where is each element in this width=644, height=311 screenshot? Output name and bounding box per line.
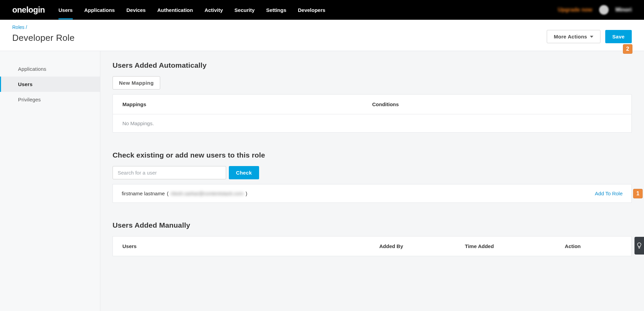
- avatar[interactable]: [599, 5, 609, 15]
- more-actions-button[interactable]: More Actions: [547, 30, 600, 43]
- mappings-empty: No Mappings.: [113, 114, 631, 132]
- chevron-down-icon: [590, 36, 593, 38]
- col-users: Users: [122, 243, 379, 249]
- save-button[interactable]: Save: [605, 30, 632, 43]
- mappings-header: Mappings Conditions: [113, 95, 631, 114]
- col-time-added: Time Added: [465, 243, 565, 249]
- help-tab[interactable]: [634, 237, 644, 255]
- sidebar-item-applications[interactable]: Applications: [0, 61, 100, 77]
- callout-badge-1: 1: [633, 189, 643, 198]
- result-text: firstname lastname ( ritesh.sarkar@conte…: [122, 191, 247, 196]
- mappings-card: Mappings Conditions No Mappings.: [113, 94, 632, 133]
- sidebar-item-users[interactable]: Users: [0, 77, 100, 92]
- nav-applications[interactable]: Applications: [84, 1, 115, 19]
- new-mapping-button[interactable]: New Mapping: [113, 76, 160, 89]
- nav-developers[interactable]: Developers: [298, 1, 325, 19]
- breadcrumb-sep: /: [24, 24, 27, 30]
- top-nav: onelogin Users Applications Devices Auth…: [0, 0, 644, 20]
- col-mappings: Mappings: [122, 101, 372, 107]
- auto-section: Users Added Automatically New Mapping Ma…: [113, 61, 632, 133]
- nav-users[interactable]: Users: [58, 1, 73, 19]
- breadcrumb: Roles /: [12, 24, 74, 30]
- auto-section-title: Users Added Automatically: [113, 61, 632, 69]
- nav-devices[interactable]: Devices: [126, 1, 146, 19]
- check-button[interactable]: Check: [229, 166, 259, 179]
- check-section-title: Check existing or add new users to this …: [113, 151, 632, 159]
- subheader-left: Roles / Developer Role: [12, 24, 74, 43]
- search-input[interactable]: [113, 166, 226, 179]
- upgrade-link[interactable]: Upgrade now: [558, 7, 592, 13]
- col-conditions: Conditions: [372, 101, 622, 107]
- manual-section: Users Added Manually Users Added By Time…: [113, 221, 632, 256]
- nav-activity[interactable]: Activity: [204, 1, 223, 19]
- subheader: Roles / Developer Role More Actions Save…: [0, 20, 644, 51]
- more-actions-label: More Actions: [554, 34, 587, 39]
- search-row: Check: [113, 166, 632, 179]
- logo: onelogin: [12, 5, 45, 15]
- svg-rect-1: [639, 248, 640, 248]
- result-email: ritesh.sarkar@contentstack.com: [171, 191, 243, 196]
- result-wrap: firstname lastname ( ritesh.sarkar@conte…: [113, 184, 632, 203]
- manual-table-header: Users Added By Time Added Action: [113, 236, 632, 256]
- content-layout: Applications Users Privileges Users Adde…: [0, 51, 644, 311]
- result-open: (: [167, 191, 169, 196]
- col-action: Action: [565, 243, 622, 249]
- col-added-by: Added By: [379, 243, 465, 249]
- svg-rect-0: [639, 247, 640, 248]
- sidebar: Applications Users Privileges: [0, 51, 100, 311]
- nav-items: Users Applications Devices Authenticatio…: [58, 1, 558, 19]
- username[interactable]: Minori: [615, 7, 632, 13]
- nav-authentication[interactable]: Authentication: [157, 1, 193, 19]
- add-to-role-link[interactable]: Add To Role: [595, 191, 623, 196]
- nav-right: Upgrade now Minori: [558, 5, 632, 15]
- result-name: firstname lastname: [122, 191, 165, 196]
- subheader-actions: More Actions Save 2: [547, 30, 632, 43]
- lightbulb-icon: [637, 242, 642, 249]
- result-close: ): [245, 191, 247, 196]
- nav-security[interactable]: Security: [235, 1, 255, 19]
- check-section: Check existing or add new users to this …: [113, 151, 632, 203]
- breadcrumb-parent[interactable]: Roles: [12, 24, 24, 30]
- result-card: firstname lastname ( ritesh.sarkar@conte…: [113, 184, 632, 203]
- manual-section-title: Users Added Manually: [113, 221, 632, 229]
- sidebar-item-privileges[interactable]: Privileges: [0, 92, 100, 107]
- page-title: Developer Role: [12, 33, 74, 43]
- nav-settings[interactable]: Settings: [266, 1, 286, 19]
- main-content: Users Added Automatically New Mapping Ma…: [100, 51, 644, 311]
